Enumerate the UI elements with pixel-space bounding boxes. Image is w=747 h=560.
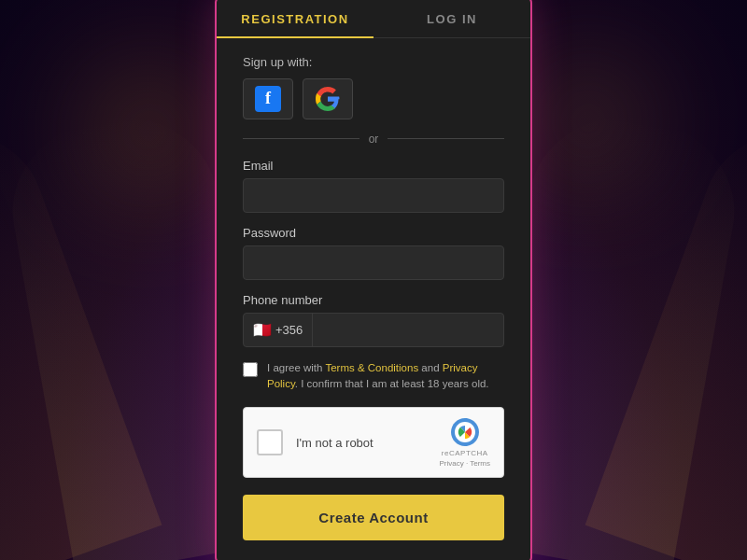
recaptcha-links: Privacy · Terms	[439, 459, 490, 468]
password-label: Password	[243, 226, 504, 240]
agree-text: I agree with Terms & Conditions and Priv…	[267, 360, 504, 393]
facebook-button[interactable]: f	[243, 78, 293, 119]
email-input[interactable]	[243, 178, 504, 213]
card-body: Sign up with: f or Email	[217, 55, 530, 541]
social-buttons: f	[243, 78, 504, 119]
recaptcha-right: reCAPTCHA Privacy · Terms	[439, 417, 490, 468]
recaptcha-checkbox[interactable]	[257, 429, 283, 455]
phone-input-wrapper: 🇲🇹 +356	[243, 313, 504, 347]
recaptcha-logo	[450, 417, 480, 447]
facebook-icon: f	[255, 86, 281, 112]
signup-with-label: Sign up with:	[243, 55, 504, 69]
phone-code: +356	[275, 323, 303, 337]
google-button[interactable]	[303, 78, 353, 119]
phone-flag-selector[interactable]: 🇲🇹 +356	[244, 314, 313, 346]
password-input[interactable]	[243, 245, 504, 280]
recaptcha-left: I'm not a robot	[257, 429, 374, 455]
flag-emoji: 🇲🇹	[253, 321, 272, 339]
registration-card: REGISTRATION LOG IN Sign up with: f	[215, 0, 532, 560]
email-field-group: Email	[243, 159, 504, 213]
recaptcha-brand-label: reCAPTCHA	[442, 449, 488, 457]
email-label: Email	[243, 159, 504, 173]
tab-bar: REGISTRATION LOG IN	[217, 0, 530, 38]
create-account-button[interactable]: Create Account	[243, 495, 504, 540]
google-icon	[315, 86, 341, 112]
or-line-right	[388, 138, 504, 139]
or-divider: or	[243, 133, 504, 146]
agree-checkbox[interactable]	[243, 362, 258, 377]
tab-registration[interactable]: REGISTRATION	[217, 0, 374, 37]
password-field-group: Password	[243, 226, 504, 280]
or-line-left	[243, 138, 359, 139]
phone-label: Phone number	[243, 293, 504, 307]
terms-link[interactable]: Terms & Conditions	[325, 362, 418, 373]
phone-number-input[interactable]	[313, 314, 503, 346]
recaptcha-label: I'm not a robot	[296, 436, 374, 450]
or-text: or	[369, 133, 379, 146]
tab-login[interactable]: LOG IN	[374, 0, 530, 37]
recaptcha-box[interactable]: I'm not a robot reCAPTCHA Privacy · Term…	[243, 407, 504, 478]
phone-field-group: Phone number 🇲🇹 +356	[243, 293, 504, 347]
agree-row: I agree with Terms & Conditions and Priv…	[243, 360, 504, 393]
